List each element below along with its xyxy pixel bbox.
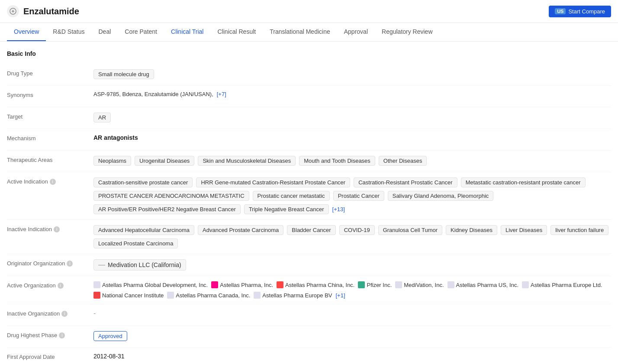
org-item-6: Astellas Pharma US, Inc. [447,281,519,288]
ii-tag-6: Kidney Diseases [446,225,497,235]
org-name-7: Astellas Pharma Europe Ltd. [531,282,602,288]
first-approval-date-label: First Approval Date [7,353,93,360]
org-icon-8 [93,292,100,299]
drug-name: Enzalutamide [23,6,549,16]
synonyms-value: ASP-9785, Bdenza, Enzalutamide (JAN/USAN… [93,91,611,97]
drug-type-row: Drug Type Small molecule drug [7,64,611,86]
ai-tag-3: Castration-Resistant Prostatic Cancer [354,177,457,187]
ii-tag-9: Localized Prostate Carcinoma [93,238,178,248]
org-icon-10 [254,292,261,299]
active-org-row: Active Organization i Astellas Pharma Gl… [7,276,611,304]
first-approval-date-text: 2012-08-31 [93,353,125,360]
org-icon-6 [447,281,454,288]
org-name-8: National Cancer Institute [102,292,164,299]
originator-org-info-icon[interactable]: i [67,261,73,267]
originator-org-value: — Medivation LLC (California) [93,259,611,271]
drug-highest-phase-info-icon[interactable]: i [59,332,65,338]
active-org-label: Active Organization i [7,281,93,289]
tab-overview[interactable]: Overview [7,23,46,41]
org-name-2: Astellas Pharma, Inc. [220,282,273,288]
ii-tag-2: Advanced Prostate Carcinoma [198,225,283,235]
originator-dash: — [98,261,105,269]
active-org-info-icon[interactable]: i [58,283,64,289]
ii-tag-3: Bladder Cancer [287,225,335,235]
org-item-7: Astellas Pharma Europe Ltd. [522,281,602,288]
logo-icon [7,5,19,17]
tab-clinical-trial[interactable]: Clinical Trial [164,23,210,41]
org-item-4: Pfizer Inc. [358,281,392,288]
ta-tag-other: Other Diseases [379,156,427,166]
tab-translational-medicine[interactable]: Translational Medicine [263,23,337,41]
inactive-indication-label: Inactive Indication i [7,225,93,232]
first-approval-date-row: First Approval Date 2012-08-31 [7,348,611,364]
ai-tag-8: Salivary Gland Adenoma, Pleomorphic [388,191,494,201]
drug-type-tag: Small molecule drug [93,69,154,79]
org-icon-1 [93,281,100,288]
drug-highest-phase-row: Drug Highest Phase i Approved [7,326,611,348]
header: Enzalutamide US Start Compare [0,0,618,23]
mechanism-value: AR antagonists [93,134,611,141]
inactive-indication-info-icon[interactable]: i [54,226,60,232]
start-compare-label: Start Compare [568,8,605,15]
org-name-5: MediVation, Inc. [404,282,444,288]
org-item-10: Astellas Pharma Europe BV [254,292,332,299]
therapeutic-areas-label: Therapeutic Areas [7,156,93,163]
drug-type-value: Small molecule drug [93,69,611,79]
synonyms-text: ASP-9785, Bdenza, Enzalutamide (JAN/USAN… [93,91,213,97]
target-label: Target [7,113,93,120]
drug-highest-phase-value: Approved [93,331,611,341]
start-compare-button[interactable]: US Start Compare [549,6,611,17]
ai-tag-5: PROSTATE CANCER ADENOCARCINOMA METASTATI… [93,191,249,201]
active-indication-plus-link[interactable]: [+13] [332,206,345,213]
org-name-9: Astellas Pharma Canada, Inc. [176,292,250,299]
mechanism-row: Mechanism AR antagonists [7,129,611,151]
tab-regulatory-review[interactable]: Regulatory Review [375,23,440,41]
mechanism-label: Mechanism [7,134,93,142]
tab-core-patent[interactable]: Core Patent [118,23,164,41]
drug-highest-phase-tag: Approved [93,331,127,341]
org-item-2: Astellas Pharma, Inc. [211,281,273,288]
org-icon-7 [522,281,529,288]
inactive-indication-row: Inactive Indication i Advanced Hepatocel… [7,220,611,254]
target-tag: AR [93,113,111,122]
org-item-3: Astellas Pharma China, Inc. [277,281,354,288]
target-value: AR [93,113,611,122]
synonyms-label: Synonyms [7,91,93,98]
active-indication-info-icon[interactable]: i [50,179,56,185]
drug-type-label: Drug Type [7,69,93,77]
tab-clinical-result[interactable]: Clinical Result [210,23,263,41]
synonyms-row: Synonyms ASP-9785, Bdenza, Enzalutamide … [7,86,611,107]
active-org-plus-link[interactable]: [+1] [335,292,345,299]
active-indication-value: Castration-sensitive prostate cancer HRR… [93,177,611,214]
active-indication-row: Active Indication i Castration-sensitive… [7,172,611,220]
ta-tag-skin: Skin and Musculoskeletal Diseases [198,156,296,166]
ai-tag-9: AR Positive/ER Positive/HER2 Negative Br… [93,204,241,214]
org-name-4: Pfizer Inc. [367,282,392,288]
org-icon-4 [358,281,365,288]
ai-tag-6: Prostatic cancer metastatic [253,191,330,201]
us-badge: US [555,8,566,14]
ta-tag-urogenital: Urogenital Diseases [135,156,194,166]
inactive-org-dash: - [93,309,96,317]
content-area: Basic Info Drug Type Small molecule drug… [0,42,618,364]
therapeutic-areas-row: Therapeutic Areas Neoplasms Urogenital D… [7,151,611,172]
inactive-org-info-icon[interactable]: i [61,311,68,317]
tab-deal[interactable]: Deal [92,23,118,41]
section-title: Basic Info [7,50,611,57]
org-name-1: Astellas Pharma Global Development, Inc. [102,282,208,288]
ta-tag-neoplasms: Neoplasms [93,156,131,166]
org-item-1: Astellas Pharma Global Development, Inc. [93,281,208,288]
org-name-6: Astellas Pharma US, Inc. [456,282,519,288]
nav-tabs: Overview R&D Status Deal Core Patent Cli… [0,23,618,42]
tab-rd-status[interactable]: R&D Status [46,23,91,41]
originator-org-label: Originator Organization i [7,259,93,267]
originator-name: Medivation LLC (California) [108,261,181,268]
synonyms-plus-link[interactable]: [+7] [217,91,226,97]
drug-highest-phase-label: Drug Highest Phase i [7,331,93,338]
ai-tag-4: Metastatic castration-resistant prostate… [461,177,586,187]
ai-tag-10: Triple Negative Breast Cancer [244,204,329,214]
active-org-value: Astellas Pharma Global Development, Inc.… [93,281,611,299]
first-approval-date-value: 2012-08-31 [93,353,611,360]
org-item-5: MediVation, Inc. [395,281,444,288]
tab-approval[interactable]: Approval [337,23,375,41]
